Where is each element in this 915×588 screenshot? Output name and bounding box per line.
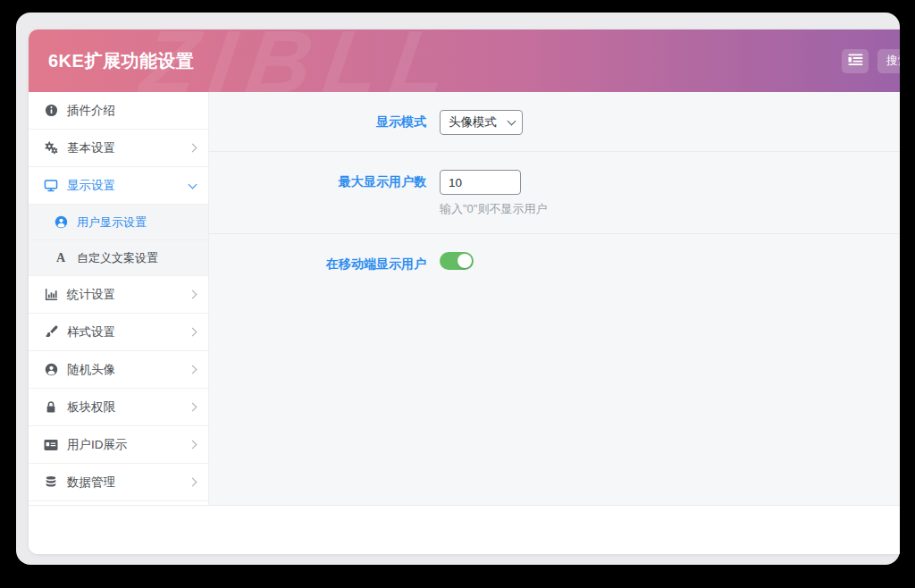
- sidebar-item-label: 样式设置: [67, 324, 189, 340]
- chevron-down-icon: [508, 116, 516, 125]
- form-row-display-mode: 显示模式 头像模式: [209, 92, 900, 152]
- search-button[interactable]: 搜索...: [877, 49, 900, 73]
- display-mode-select[interactable]: 头像模式: [440, 110, 523, 135]
- sidebar-item-basic-settings[interactable]: 基本设置: [29, 130, 208, 167]
- chevron-right-icon: [189, 478, 197, 487]
- sidebar-item-label: 显示设置: [67, 178, 189, 194]
- settings-sidebar: 插件介绍 基本设置: [29, 92, 209, 505]
- form-row-max-users: 最大显示用户数 输入"0"则不显示用户: [209, 152, 900, 234]
- list-icon: [848, 54, 863, 69]
- search-button-label: 搜索...: [886, 54, 900, 69]
- sidebar-item-user-display-settings[interactable]: 用户显示设置: [29, 205, 208, 240]
- info-circle-icon: [42, 104, 60, 117]
- sidebar-item-label: 用户显示设置: [77, 214, 196, 231]
- lock-icon: [42, 400, 60, 414]
- select-value: 头像模式: [449, 114, 508, 130]
- menu-list-button[interactable]: [842, 49, 869, 73]
- sidebar-item-label: 板块权限: [67, 399, 189, 416]
- sidebar-item-style-settings[interactable]: 样式设置: [29, 314, 208, 351]
- form-row-mobile-display: 在移动端显示用户: [209, 234, 900, 290]
- chevron-down-icon: [189, 180, 197, 189]
- gears-icon: [42, 141, 60, 155]
- header-actions: 搜索...: [842, 49, 900, 73]
- sidebar-item-data-management[interactable]: 数据管理: [29, 464, 208, 501]
- sidebar-item-label: 自定义文案设置: [77, 250, 196, 266]
- field-label: 最大显示用户数: [209, 170, 426, 217]
- database-icon: [42, 475, 60, 489]
- chevron-right-icon: [189, 441, 197, 449]
- sidebar-item-section-permissions[interactable]: 板块权限: [29, 389, 208, 426]
- id-card-icon: [42, 439, 60, 451]
- chevron-right-icon: [189, 403, 197, 412]
- user-circle-icon: [52, 215, 70, 229]
- bar-chart-icon: [42, 288, 60, 301]
- field-label: 在移动端显示用户: [209, 252, 426, 273]
- settings-content: 显示模式 头像模式 最大显示用户数 输入"0"则不显示用户: [209, 92, 900, 505]
- sidebar-item-display-settings[interactable]: 显示设置: [29, 167, 208, 205]
- sidebar-item-label: 数据管理: [67, 475, 189, 491]
- page-title: 6KE扩展功能设置: [48, 49, 194, 73]
- app-window: ZIBLL 6KE扩展功能设置 搜索...: [16, 13, 900, 565]
- sidebar-item-label: 基本设置: [67, 140, 189, 156]
- sidebar-item-label: 随机头像: [67, 362, 189, 378]
- sidebar-item-statistics-settings[interactable]: 统计设置: [29, 276, 208, 314]
- panel-body: 插件介绍 基本设置: [29, 92, 900, 505]
- sidebar-item-random-avatar[interactable]: 随机头像: [29, 351, 208, 389]
- sidebar-item-user-id-display[interactable]: 用户ID展示: [29, 426, 208, 464]
- sidebar-item-label: 用户ID展示: [67, 437, 189, 453]
- font-a-icon: A: [52, 251, 70, 265]
- sidebar-item-plugin-intro[interactable]: 插件介绍: [29, 92, 208, 130]
- mobile-display-toggle[interactable]: [440, 252, 474, 270]
- field-help-text: 输入"0"则不显示用户: [440, 201, 547, 217]
- field-label: 显示模式: [209, 110, 426, 135]
- sidebar-item-custom-text-settings[interactable]: A 自定义文案设置: [29, 240, 208, 276]
- settings-panel: ZIBLL 6KE扩展功能设置 搜索...: [29, 29, 900, 554]
- monitor-icon: [42, 179, 60, 192]
- sidebar-item-label: 插件介绍: [67, 103, 196, 119]
- user-circle-icon: [42, 363, 60, 376]
- chevron-right-icon: [189, 328, 197, 337]
- panel-footer: [29, 505, 900, 554]
- chevron-right-icon: [189, 290, 197, 299]
- paint-brush-icon: [42, 325, 60, 339]
- panel-header: ZIBLL 6KE扩展功能设置 搜索...: [29, 29, 900, 92]
- toggle-knob: [458, 254, 472, 268]
- chevron-right-icon: [189, 144, 197, 153]
- chevron-right-icon: [189, 365, 197, 374]
- max-users-input[interactable]: [440, 170, 521, 195]
- sidebar-item-label: 统计设置: [67, 287, 189, 303]
